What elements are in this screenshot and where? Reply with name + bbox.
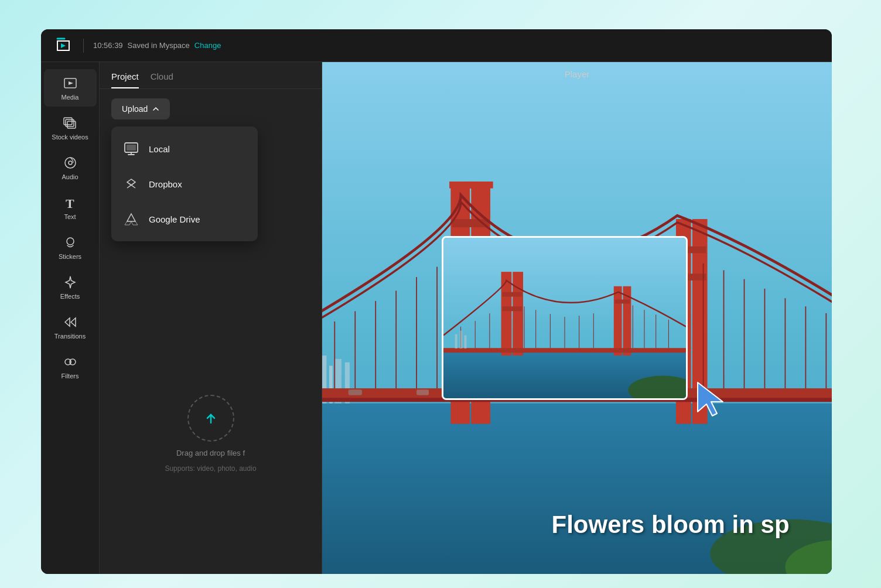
audio-icon [62,155,78,171]
sidebar-item-media-label: Media [62,94,79,101]
thumbnail-bridge [443,238,686,398]
svg-rect-67 [513,272,523,355]
svg-point-8 [67,238,74,245]
drag-drop-subtext: Supports: video, photo, audio [165,464,256,473]
svg-rect-88 [460,331,463,349]
text-icon: T [62,194,78,211]
sidebar-item-audio[interactable]: Audio [44,149,97,186]
app-logo [53,35,74,56]
svg-rect-70 [614,286,622,355]
gdrive-icon [123,211,139,227]
upload-local-label: Local [149,144,170,154]
tab-cloud[interactable]: Cloud [151,71,173,88]
player-title: Player [565,69,590,79]
player-text-overlay: Flowers bloom in sp [552,511,832,539]
preview-thumbnail [442,236,688,400]
svg-rect-72 [615,299,630,303]
sidebar-item-effects-label: Effects [60,293,80,300]
main-layout: Media Stock videos [41,62,832,574]
header-change-link[interactable]: Change [194,41,221,50]
svg-marker-91 [698,382,723,416]
upload-dropbox-item[interactable]: Dropbox [111,166,258,201]
sidebar-item-transitions-label: Transitions [54,333,86,340]
upload-dropbox-label: Dropbox [149,179,182,189]
sidebar-item-transitions[interactable]: Transitions [44,308,97,346]
upload-gdrive-label: Google Drive [149,214,200,224]
sidebar-item-text[interactable]: T Text [44,189,97,226]
svg-marker-1 [69,81,73,85]
sidebar-item-text-label: Text [64,213,76,220]
svg-marker-15 [322,62,556,238]
filters-icon [62,354,78,370]
svg-rect-22 [345,363,350,404]
stock-videos-icon [62,115,78,131]
monitor-icon [123,141,139,157]
svg-point-5 [65,158,76,168]
svg-rect-29 [467,182,493,189]
svg-rect-12 [127,145,136,151]
sidebar-item-filters[interactable]: Filters [44,348,97,385]
cursor-arrow [695,380,730,421]
player-overlay-text: Flowers bloom in sp [552,511,790,538]
svg-point-59 [785,540,832,574]
chevron-up-icon [152,105,159,112]
header-divider [83,39,84,53]
svg-text:T: T [66,196,74,210]
upload-button-label: Upload [122,104,148,114]
drag-drop-area: Drag and drop files f Supports: video, p… [100,293,322,574]
svg-rect-89 [464,336,466,349]
sidebar-item-media[interactable]: Media [44,69,97,107]
effects-icon [62,274,78,290]
upload-gdrive-item[interactable]: Google Drive [111,201,258,237]
sidebar-item-audio-label: Audio [62,173,78,180]
sidebar: Media Stock videos [41,62,100,574]
sidebar-item-filters-label: Filters [62,372,79,380]
transitions-icon [62,314,78,330]
sidebar-item-stickers[interactable]: Stickers [44,228,97,266]
stickers-icon [62,234,78,251]
sidebar-item-stock-videos[interactable]: Stock videos [44,109,97,146]
drag-drop-circle [187,395,234,442]
svg-rect-66 [501,272,512,355]
header: 10:56:39 Saved in Myspace Change [41,29,832,62]
sidebar-item-effects[interactable]: Effects [44,268,97,306]
svg-rect-19 [322,355,326,404]
svg-rect-17 [322,404,832,574]
header-status: 10:56:39 Saved in Myspace Change [93,41,221,50]
upload-local-item[interactable]: Local [111,131,258,166]
upload-arrow-icon [202,409,220,428]
app-window: 10:56:39 Saved in Myspace Change Media [41,29,832,574]
dropbox-icon [123,176,139,192]
sidebar-item-stock-label: Stock videos [52,134,88,141]
sidebar-item-stickers-label: Stickers [59,253,81,260]
panel-tabs: Project Cloud [100,62,322,89]
svg-rect-20 [329,366,333,404]
content-panel: Project Cloud Upload [100,62,322,574]
media-icon [62,75,78,91]
svg-rect-28 [449,182,475,189]
svg-rect-87 [455,334,457,349]
svg-rect-3 [66,119,74,127]
svg-rect-60 [349,389,362,395]
upload-dropdown: Local Dropbox [111,127,258,241]
header-time: 10:56:39 [93,41,123,50]
player-header: Player [322,62,832,86]
svg-rect-68 [503,292,523,297]
svg-rect-86 [443,348,686,353]
header-saved-text: Saved in Myspace [128,41,190,50]
svg-rect-61 [416,389,429,395]
upload-area: Upload [100,89,322,129]
drag-drop-text: Drag and drop files f [176,449,245,457]
svg-rect-25 [452,219,489,227]
tab-project[interactable]: Project [111,71,139,88]
svg-rect-21 [334,359,342,404]
svg-rect-69 [503,306,523,311]
upload-button[interactable]: Upload [111,98,170,119]
player-area: Player [322,62,832,574]
svg-point-6 [69,161,72,165]
